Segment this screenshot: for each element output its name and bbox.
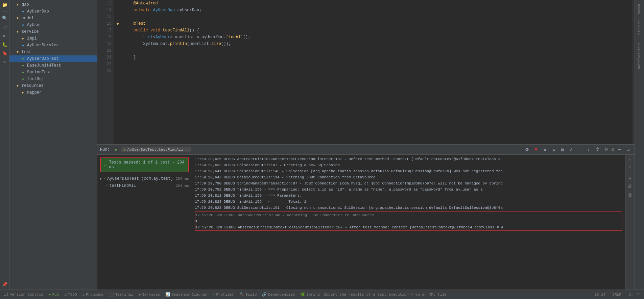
tree-item-model[interactable]: ▼ model xyxy=(9,15,97,22)
test-icon: ● xyxy=(20,70,26,75)
build-icon: 🔨 xyxy=(239,292,244,297)
print-icon[interactable]: 🖨 xyxy=(626,182,634,190)
console-line-after: 17:59:20,829 DEBUG AbstractDirtiesContex… xyxy=(195,224,622,230)
line-numbers: 13 14 15 16 17 18 19 20 21 22 23 xyxy=(97,0,114,144)
line-endings-label: CRLF xyxy=(612,293,621,297)
warning-dot: ● xyxy=(116,21,119,26)
run-toolbar: Run: ▶ ▶ AyUserDaoTest.testFindAll ✕ ⟳ ■… xyxy=(97,145,635,155)
position-indicator[interactable]: 16:17 xyxy=(593,292,607,297)
tree-item-testsql[interactable]: ● TestSql xyxy=(9,76,97,82)
rerun-icon[interactable]: ⟳ xyxy=(524,146,531,153)
bookmark-icon[interactable]: 🔖 xyxy=(1,50,8,57)
sequence-diagram-btn[interactable]: 📊 Sequence Diagram xyxy=(164,292,209,297)
console-line: 17:59:20,792 DEBUG findAll:159 - ==> Pre… xyxy=(195,186,622,193)
notifications-tab[interactable]: Notifications xyxy=(637,40,642,72)
code-line-15 xyxy=(124,14,629,20)
dependencies-btn[interactable]: 🔗 Dependencies xyxy=(261,292,296,297)
profiler-label: Profiler xyxy=(216,293,234,297)
tree-item-resources[interactable]: ▼ resources xyxy=(9,82,97,89)
encoding-indicator[interactable]: 英: 半 xyxy=(627,291,641,298)
folder-icon: ▶ xyxy=(20,36,26,41)
todo-label: TODO xyxy=(68,293,77,297)
right-sidebar: Maven Database Notifications xyxy=(635,0,644,290)
tree-item-ayuserservice[interactable]: ● AyUserService xyxy=(9,42,97,49)
clear-icon[interactable]: 🗑 xyxy=(626,191,634,199)
scroll-bottom-icon[interactable]: ⤓ xyxy=(626,174,634,181)
expand-icon[interactable]: ⤢ xyxy=(568,146,575,153)
tree-item-ayuser[interactable]: ● AyUser xyxy=(9,22,97,28)
search-icon[interactable]: 🔍 xyxy=(1,15,8,22)
maven-tab[interactable]: Maven xyxy=(637,1,642,17)
test-check-icon: ✓ xyxy=(105,183,108,188)
console-line-strikethrough: 17:59:20,828 DEBUG DataSourceUtils:340 -… xyxy=(195,212,622,218)
tree-label-ayuser: AyUser xyxy=(27,23,42,27)
code-line-22 xyxy=(124,61,629,68)
profiler-btn[interactable]: ⚡ Profiler xyxy=(211,292,235,297)
tree-item-basejunit4test[interactable]: ● BaseJunit4Test xyxy=(9,62,97,69)
test-suite-item[interactable]: ▶ ✓ AyUserDaoTest (com.ay.test) 204 ms xyxy=(97,175,192,182)
debug-icon[interactable]: 🐛 xyxy=(1,41,8,48)
line-endings-indicator[interactable]: CRLF xyxy=(611,292,622,297)
folder-icon: ▼ xyxy=(15,49,20,55)
down-icon[interactable]: ↓ xyxy=(585,146,593,153)
code-line-21: } xyxy=(124,54,629,61)
console-line: 17:59:20,633 DEBUG SqlSessionUtils:97 - … xyxy=(195,162,622,168)
problems-icon: ⚠ xyxy=(82,292,85,297)
interface-icon: ● xyxy=(20,9,26,14)
export-icon[interactable]: ⎘ xyxy=(603,146,610,153)
stop-icon[interactable]: ■ xyxy=(532,146,540,153)
tree-item-test[interactable]: ▼ test xyxy=(9,49,97,55)
sort2-icon[interactable]: ⇅ xyxy=(550,146,557,153)
tree-item-mapper[interactable]: ▶ mapper xyxy=(9,89,97,96)
run-config-icon[interactable]: ▶ xyxy=(1,32,8,40)
sort-icon[interactable]: ⇅ xyxy=(541,146,549,153)
minimize-icon[interactable]: ─ xyxy=(616,146,623,153)
problems-btn[interactable]: ⚠ Problems xyxy=(81,292,105,297)
status-message: Import the results of a test execution f… xyxy=(324,293,590,297)
scroll-top-icon[interactable]: ⤒ xyxy=(626,165,634,172)
run-icon[interactable]: ▶ xyxy=(113,146,120,153)
build-btn[interactable]: 🔨 Build xyxy=(238,292,258,297)
pin-icon[interactable]: 📌 xyxy=(1,281,8,288)
project-icon[interactable]: 📁 xyxy=(1,1,8,9)
run-tab[interactable]: ▶ AyUserDaoTest.testFindAll ✕ xyxy=(121,147,191,152)
code-editor[interactable]: @Autowired private AyUserDao ayUserDao; … xyxy=(121,0,632,144)
test-method-item[interactable]: ✓ testFindAll 204 ms xyxy=(97,182,192,189)
bottom-right-toolbar: ↩ ⤒ ⤓ 🖨 🗑 xyxy=(625,155,635,290)
version-control-btn[interactable]: ⎇ Version Control xyxy=(3,292,45,297)
tree-item-ayuserdao[interactable]: ● AyUserDao xyxy=(9,8,97,15)
dependencies-label: Dependencies xyxy=(268,293,295,297)
console-line: 17:59:20,811 DEBUG findAll:159 - ==> Par… xyxy=(195,193,622,199)
maximize-icon[interactable]: □ xyxy=(624,146,632,153)
git-icon[interactable]: ⎇ xyxy=(1,23,8,31)
test-tree: ✓ Tests passed: 1 of 1 test – 204 ms ▶ ✓… xyxy=(97,155,192,290)
tree-item-ayuserdaotest[interactable]: ● AyUserDaoTest xyxy=(9,55,97,62)
code-line-17: public void testFindAll() { xyxy=(124,27,629,34)
problems-label: Problems xyxy=(86,293,104,297)
console-line-value: 1 xyxy=(195,218,622,224)
soft-wrap-icon[interactable]: ↩ xyxy=(626,156,634,164)
filter-icon[interactable]: ▤ xyxy=(559,146,566,153)
tree-item-dao[interactable]: ▼ dao xyxy=(9,1,97,8)
run-status-icon: ▶ xyxy=(49,292,51,297)
test-passed-bar: ✓ Tests passed: 1 of 1 test – 204 ms xyxy=(100,157,189,172)
run-btn[interactable]: ▶ Run xyxy=(47,292,60,297)
tree-item-springtest[interactable]: ● SpringTest xyxy=(9,69,97,76)
spring-btn[interactable]: 🌿 Spring xyxy=(299,292,321,297)
tree-item-impl[interactable]: ▶ impl xyxy=(9,35,97,42)
interface-icon: ● xyxy=(20,43,26,48)
database-tab[interactable]: Database xyxy=(637,18,642,39)
clock-icon[interactable]: ⏱ xyxy=(594,146,601,153)
settings-icon[interactable]: ⚙ xyxy=(612,147,614,152)
todo-btn[interactable]: ☑ TODO xyxy=(63,292,78,297)
code-line-23 xyxy=(124,68,629,74)
folder-icon: ▼ xyxy=(15,2,20,7)
test-suite-time: 204 ms xyxy=(175,177,189,181)
services-btn[interactable]: ◈ Services xyxy=(137,292,161,297)
terminal-btn[interactable]: ⬛ Terminal xyxy=(108,292,135,297)
up-icon[interactable]: ↑ xyxy=(576,146,584,153)
tree-label-impl: impl xyxy=(27,36,37,41)
structure-icon[interactable]: ≡ xyxy=(1,58,8,66)
close-tab-icon[interactable]: ✕ xyxy=(186,147,188,152)
tree-item-service[interactable]: ▼ service xyxy=(9,28,97,35)
